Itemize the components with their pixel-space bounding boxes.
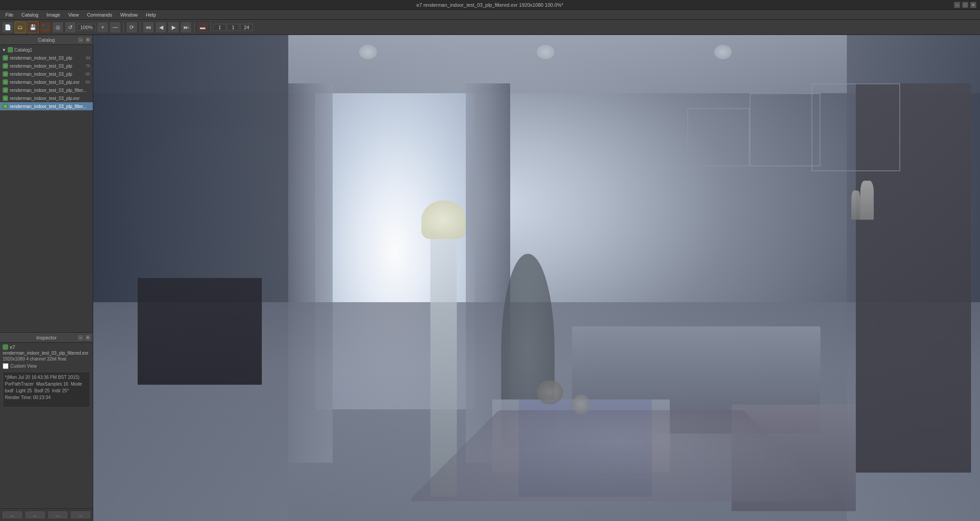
inspector-minimize-btn[interactable]: ─ (78, 334, 84, 341)
minimize-button[interactable]: ─ (954, 2, 960, 8)
catalog-item-active[interactable]: ◎ renderman_indoor_test_03_plp_filter... (0, 102, 93, 110)
notes-text: *(Mon Jul 20 16:43:36 PM BST 2015) PxrPa… (5, 375, 83, 400)
scene-wall-frame-2 (750, 93, 820, 166)
catalog-item[interactable]: ◎ renderman_indoor_test_03_plp.exr (0, 94, 93, 102)
toolbar-prev-start[interactable]: ⏮ (143, 22, 154, 33)
catalog-header: Catalog ─ ✕ (0, 35, 93, 45)
scene-table-obj-2 (572, 395, 590, 414)
toolbar-clamp-btn[interactable]: ▬ (197, 22, 208, 33)
catalog-title: Catalog (38, 37, 55, 43)
toolbar-new-btn[interactable]: 📄 (2, 22, 13, 33)
menu-file[interactable]: File (2, 11, 17, 18)
left-panel: Catalog ─ ✕ ▼ Catalog1 ◎ renderman_indoo… (0, 35, 93, 521)
inspector-footer-btn3[interactable]: ... (48, 511, 69, 519)
group-icon (8, 47, 13, 52)
item-icon: ◎ (3, 79, 8, 85)
window-controls: ─ □ ✕ (954, 2, 976, 8)
catalog-header-controls: ─ ✕ (78, 37, 91, 43)
item-icon: ◎ (3, 96, 8, 101)
item-icon: ◎ (3, 87, 8, 93)
catalog-close-btn[interactable]: ✕ (85, 37, 91, 43)
catalog-item[interactable]: ◎ renderman_indoor_test_03_plp 7h (0, 62, 93, 70)
menu-window[interactable]: Window (117, 11, 141, 18)
item-icon: ◎ (3, 55, 8, 61)
toolbar-sep3 (194, 22, 195, 32)
toolbar-btn5[interactable]: ↺ (65, 22, 76, 33)
catalog-item[interactable]: ◎ renderman_indoor_test_03_plp 3d (0, 54, 93, 62)
item-icon-active: ◎ (3, 104, 8, 109)
group-name: Catalog1 (14, 48, 32, 52)
menu-bar: File Catalog Image View Commands Window … (0, 10, 980, 20)
inspector-footer-btn2[interactable]: ... (25, 511, 46, 519)
toolbar-zoom-minus[interactable]: — (109, 22, 121, 33)
scene-vase-2 (851, 191, 860, 220)
image-area[interactable] (93, 35, 980, 521)
window-title: e7 renderman_indoor_test_03_plp_filtered… (416, 2, 564, 8)
item-name: renderman_indoor_test_03_plp.exr (10, 96, 88, 101)
inspector-close-btn[interactable]: ✕ (85, 334, 91, 341)
inspector-filename: renderman_indoor_test_03_plp_filtered.ex… (3, 351, 90, 356)
inspector-panel: Inspector ─ ✕ e7 renderman_indoor_test_0… (0, 333, 93, 521)
toolbar-open-btn[interactable]: 🗂 (14, 22, 26, 33)
item-name: renderman_indoor_test_03_plp (10, 64, 84, 69)
toolbar-btn3[interactable]: ⬛ (39, 22, 51, 33)
toolbar-next-end[interactable]: ⏭ (180, 22, 192, 33)
custom-view-checkbox[interactable] (3, 363, 9, 369)
toolbar-save-btn[interactable]: 💾 (27, 22, 39, 33)
inspector-header: Inspector ─ ✕ (0, 333, 93, 343)
scene-ceiling-light-3 (714, 45, 732, 60)
scene-wall-frame-1 (687, 108, 749, 166)
catalog-group[interactable]: ▼ Catalog1 (0, 46, 93, 54)
toolbar-zoom-plus[interactable]: + (97, 22, 108, 33)
catalog-panel: Catalog ─ ✕ ▼ Catalog1 ◎ renderman_indoo… (0, 35, 93, 333)
item-time: 7h (86, 64, 90, 68)
zoom-input[interactable]: 100% (77, 24, 96, 31)
menu-view[interactable]: View (65, 11, 82, 18)
toolbar-sep2 (140, 22, 140, 32)
inspector-session-icon (3, 344, 8, 350)
inspector-footer-btn1[interactable]: ... (2, 511, 23, 519)
inspector-header-controls: ─ ✕ (78, 334, 91, 341)
item-icon: ◎ (3, 63, 8, 69)
item-name: renderman_indoor_test_03_plp_filter... (10, 88, 88, 93)
toolbar-prev-frame[interactable]: ◀ (155, 22, 167, 33)
item-name: renderman_indoor_test_03_plp (10, 72, 84, 77)
toolbar-play[interactable]: ▶ (168, 22, 179, 33)
toolbar-sep4 (211, 22, 211, 32)
custom-view-label: Custom View (10, 364, 37, 369)
menu-image[interactable]: Image (43, 11, 64, 18)
toolbar-sep1 (123, 22, 124, 32)
catalog-list: ▼ Catalog1 ◎ renderman_indoor_test_03_pl… (0, 45, 93, 332)
menu-catalog[interactable]: Catalog (18, 11, 42, 18)
inspector-custom-view-row: Custom View (3, 363, 90, 369)
catalog-item[interactable]: ◎ renderman_indoor_test_03_plp.exr 60 (0, 78, 93, 86)
catalog-item[interactable]: ◎ renderman_indoor_test_03_plp 6h (0, 70, 93, 78)
frame-current-input[interactable] (227, 24, 239, 31)
inspector-content: e7 renderman_indoor_test_03_plp_filtered… (0, 343, 93, 508)
item-time: 60 (86, 80, 90, 84)
inspector-footer-btn4[interactable]: ... (70, 511, 91, 519)
scene-ceiling-light-1 (359, 45, 377, 60)
menu-help[interactable]: Help (142, 11, 160, 18)
toolbar-btn4[interactable]: ◎ (52, 22, 64, 33)
scene-tv-stand (138, 278, 262, 385)
scene-wall-frame-3 (811, 83, 900, 171)
item-name: renderman_indoor_test_03_plp.exr (10, 80, 84, 85)
frame-end-input[interactable] (240, 24, 253, 31)
item-name: renderman_indoor_test_03_plp (10, 56, 84, 61)
frame-start-input[interactable] (213, 24, 226, 31)
main-area: Catalog ─ ✕ ▼ Catalog1 ◎ renderman_indoo… (0, 35, 980, 521)
catalog-item[interactable]: ◎ renderman_indoor_test_03_plp_filter... (0, 86, 93, 94)
scene-table-obj-1 (537, 380, 563, 404)
inspector-footer: ... ... ... ... (0, 508, 93, 521)
toolbar-refresh-btn[interactable]: ⟳ (126, 22, 138, 33)
close-button[interactable]: ✕ (970, 2, 976, 8)
scene-vase-1 (860, 181, 874, 220)
item-time: 3d (86, 56, 90, 60)
scene-lamp-shade (421, 200, 466, 239)
title-bar: e7 renderman_indoor_test_03_plp_filtered… (0, 0, 980, 10)
maximize-button[interactable]: □ (962, 2, 968, 8)
render-scene (93, 35, 980, 521)
catalog-minimize-btn[interactable]: ─ (78, 37, 84, 43)
menu-commands[interactable]: Commands (83, 11, 116, 18)
